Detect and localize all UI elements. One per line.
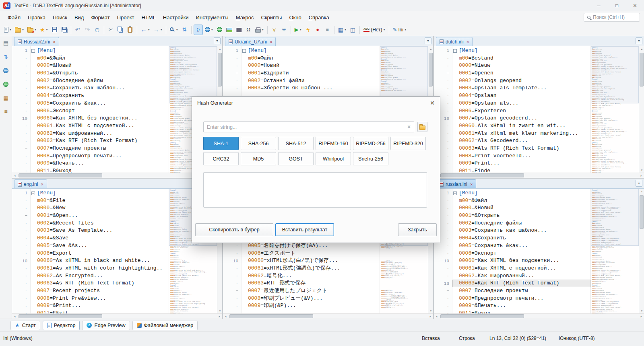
view-tab-edge-preview[interactable]: eEdge Preview — [82, 321, 130, 330]
file-tab-dutch[interactable]: dutch.ini× — [436, 37, 473, 46]
close-file-button[interactable]: ✕▾ — [26, 25, 38, 35]
save-all-button[interactable] — [60, 25, 69, 35]
code-editor-area[interactable]: −[Menu]m00=Bestand0000=Nieuw0001=Openen0… — [452, 46, 590, 173]
new-file-button[interactable]: ▾ — [2, 25, 13, 35]
scroll-up-icon[interactable]: ▲ — [639, 46, 644, 51]
menu-item-format[interactable]: Формат — [87, 12, 113, 23]
code-line[interactable]: 0005=Сохранить &как... — [452, 242, 590, 250]
code-line[interactable]: 0009=&Печать... — [31, 160, 169, 167]
vertical-scrollbar[interactable]: ▲▼ — [639, 189, 644, 313]
code-line[interactable]: m00=Файл — [242, 55, 380, 62]
vertical-scroll-thumb[interactable] — [640, 195, 644, 229]
file-tab-ukraine[interactable]: Ukraine_UA.ini× — [225, 37, 276, 46]
code-line[interactable]: −[Menu] — [31, 47, 169, 55]
code-line[interactable]: 0011=Выход — [452, 310, 590, 313]
clipboard-panel-button[interactable]: ≡ — [2, 108, 10, 115]
file-tab-russian[interactable]: russian.ini× — [436, 179, 476, 188]
hash-type-md5[interactable]: MD5 — [241, 152, 276, 165]
code-line[interactable]: 0011=E&xit — [31, 310, 169, 313]
quick-run-button[interactable]: ϟ — [303, 25, 313, 35]
vertical-scroll-thumb[interactable] — [640, 53, 644, 86]
code-line[interactable]: 0003=Opslaan als Template... — [452, 84, 590, 92]
code-line[interactable]: 00061=As xHTML with color highlighting.. — [31, 265, 169, 272]
view-tab-start[interactable]: ★Старт — [10, 321, 40, 330]
code-line[interactable]: 0009=&Print... — [31, 302, 169, 310]
explorer-panel-button[interactable]: ▤ — [2, 39, 10, 47]
horizontal-scrollbar[interactable]: ◄► — [12, 173, 222, 178]
code-line[interactable]: −[Menu] — [31, 189, 169, 197]
code-line[interactable]: m00=Bestand — [452, 55, 590, 62]
redo-button[interactable]: ↷ — [83, 25, 92, 35]
global-search-box[interactable] — [584, 13, 640, 22]
code-line[interactable]: 0007=最近使用したプロジェクト — [242, 287, 380, 295]
favorites-button[interactable]: ★▾ — [38, 25, 50, 35]
validate-html-button[interactable] — [215, 25, 224, 35]
minimap[interactable]: [Menu]m00=&Файл0000=&Новый0001=&Открыть0… — [590, 189, 639, 313]
horizontal-scroll-thumb[interactable] — [19, 173, 102, 177]
code-line[interactable]: 0001=Відкрити — [242, 70, 380, 77]
code-line[interactable]: 0002=&Последние файлы — [31, 77, 169, 85]
code-line[interactable]: 00063=As RTF (Rich Text Format) — [31, 280, 169, 287]
menu-item-project[interactable]: Проект — [114, 12, 138, 23]
scroll-right-icon[interactable]: ► — [217, 314, 222, 319]
hash-type-ripemd-160[interactable]: RIPEMD-160 — [316, 137, 351, 150]
code-line[interactable]: m00=&Файл — [452, 197, 590, 205]
stop-macro-button[interactable]: ■ — [323, 25, 332, 35]
browser-preview-button[interactable]: ▾ — [203, 25, 215, 35]
scroll-down-icon[interactable]: ▼ — [639, 167, 644, 173]
hash-type-sha-256[interactable]: SHA-256 — [241, 137, 276, 150]
global-search-input[interactable] — [593, 14, 636, 20]
code-line[interactable]: 0006=Export — [31, 250, 169, 257]
pane-tab-list-dropdown[interactable]: ▼ — [636, 37, 642, 44]
pane-tab-list-dropdown[interactable]: ▼ — [214, 37, 221, 44]
scroll-up-icon[interactable]: ▲ — [428, 46, 433, 51]
code-line[interactable]: m00=&File — [31, 197, 169, 205]
fold-toggle-icon[interactable]: − — [31, 49, 35, 53]
code-editor-area[interactable]: −[Menu]m00=&Файл0000=&Новый0001=&Открыть… — [31, 46, 169, 173]
copy-to-clipboard-button[interactable]: Скопировать в буфер — [195, 223, 273, 236]
code-line[interactable]: 0008=Предпросмотр печати... — [452, 295, 590, 303]
menu-item-view[interactable]: Вид — [71, 12, 88, 23]
tag-tool-button[interactable]: ⟨⟩ — [194, 25, 203, 35]
hash-type-ripemd-320[interactable]: RIPEMD-320 — [390, 137, 426, 150]
code-line[interactable]: 0006=Exporteren — [452, 107, 590, 115]
horizontal-scroll-thumb[interactable] — [440, 314, 524, 318]
code-line[interactable]: 00061=Как XHTML с подсветкой... — [452, 265, 590, 272]
code-line[interactable]: 0006=Экспорт — [452, 250, 590, 257]
tab-close-icon[interactable]: × — [53, 39, 55, 44]
horizontal-scroll-thumb[interactable] — [19, 314, 102, 318]
code-line[interactable]: 0003=Save As Template... — [31, 227, 169, 235]
insert-image-button[interactable] — [225, 25, 234, 35]
code-line[interactable]: 0002=&Recent files — [31, 220, 169, 227]
caret-position-status[interactable]: Ln 13, Col 32 (0) ($29=41) — [489, 336, 546, 341]
fold-toggle-icon[interactable]: − — [453, 49, 457, 53]
record-macro-button[interactable]: ● — [313, 25, 322, 35]
code-line[interactable]: 0007=Последние проекты — [31, 145, 169, 152]
code-line[interactable]: 0005=Opslaan als... — [452, 100, 590, 107]
vertical-scroll-thumb[interactable] — [429, 53, 433, 86]
horizontal-scrollbar[interactable]: ◄► — [434, 313, 644, 319]
menu-item-search[interactable]: Поиск — [49, 12, 71, 23]
web-resource-button[interactable] — [2, 67, 10, 74]
code-line[interactable]: 0003=Сохранить как шаблон... — [31, 84, 169, 92]
code-line[interactable]: 00061=Как XHTML с подсветкой... — [31, 122, 169, 130]
menu-item-edit[interactable]: Правка — [24, 12, 49, 23]
code-line[interactable]: 0000=&Новый — [31, 62, 169, 70]
sort-button[interactable]: ⇅ — [180, 25, 189, 35]
open-file-button[interactable]: ▾ — [13, 25, 25, 35]
code-line[interactable]: 00063=Как RTF (Rich Text Format) — [31, 137, 169, 145]
code-line[interactable]: 0004=Opslaan — [452, 92, 590, 100]
minimize-button[interactable]: ─ — [590, 0, 608, 11]
code-line[interactable]: 0007=Opslaan gecodeerd... — [452, 115, 590, 122]
code-line[interactable]: 0004=&Сохранить — [31, 92, 169, 100]
fold-toggle-icon[interactable]: − — [453, 192, 457, 195]
code-line[interactable]: 0002=Останні файли — [242, 77, 380, 85]
code-line[interactable]: 0007=Recent projects — [31, 287, 169, 295]
menu-item-window[interactable]: Окно — [285, 12, 305, 23]
vertical-scroll-thumb[interactable] — [218, 53, 222, 86]
menu-item-settings[interactable]: Настройки — [159, 12, 192, 23]
code-line[interactable]: 00062=Как шифрованный... — [452, 272, 590, 280]
code-line[interactable]: 00061=Als xHtml met kleur markering... — [452, 130, 590, 138]
code-line[interactable]: 0008=Print Pre&view... — [31, 295, 169, 303]
horizontal-scrollbar[interactable]: ◄► — [223, 313, 433, 319]
